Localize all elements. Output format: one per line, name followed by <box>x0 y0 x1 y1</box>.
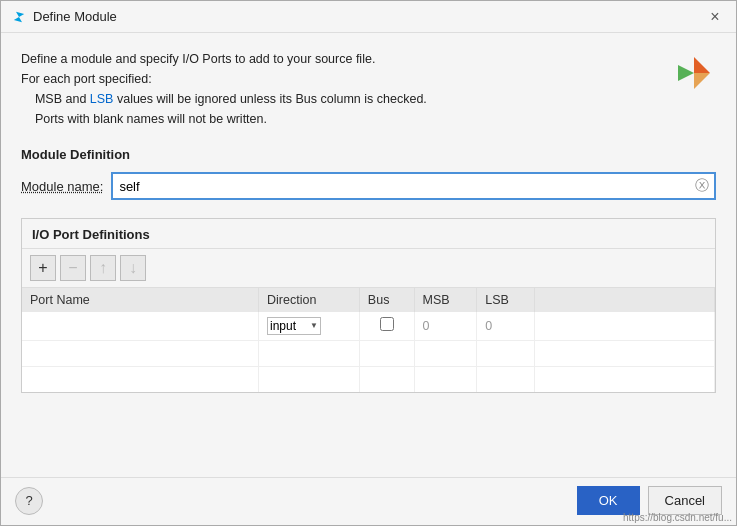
direction-cell-3 <box>259 366 360 392</box>
module-definition-title: Module Definition <box>21 147 716 162</box>
define-module-dialog: Define Module × Define a module and spec… <box>0 0 737 526</box>
port-name-cell <box>22 312 259 340</box>
module-name-input[interactable] <box>111 172 716 200</box>
close-button[interactable]: × <box>704 6 726 28</box>
msb-cell: 0 <box>414 312 477 340</box>
module-definition-section: Module Definition Module name: ⓧ <box>21 147 716 200</box>
svg-marker-1 <box>694 57 710 73</box>
msb-value-1: 0 <box>423 319 430 333</box>
lsb-cell-2 <box>477 340 535 366</box>
extra-cell-3 <box>535 366 715 392</box>
input-clear-icon[interactable]: ⓧ <box>692 176 712 196</box>
direction-select-wrap: input output inout <box>267 317 321 335</box>
desc-lsb: LSB <box>90 92 114 106</box>
extra-cell-1 <box>535 312 715 340</box>
col-msb: MSB <box>414 288 477 312</box>
msb-cell-3 <box>414 366 477 392</box>
bus-cell <box>359 312 414 340</box>
bus-cell-2 <box>359 340 414 366</box>
module-name-row: Module name: ⓧ <box>21 172 716 200</box>
logo-arrow <box>674 53 714 96</box>
desc-line4: Ports with blank names will not be writt… <box>21 109 716 129</box>
io-section-title: I/O Port Definitions <box>22 219 715 249</box>
desc-line1: Define a module and specify I/O Ports to… <box>21 49 716 69</box>
table-row <box>22 366 715 392</box>
lsb-value-1: 0 <box>485 319 492 333</box>
table-row <box>22 340 715 366</box>
app-icon <box>11 9 27 25</box>
direction-cell: input output inout <box>259 312 360 340</box>
col-port-name: Port Name <box>22 288 259 312</box>
desc-line2: For each port specified: <box>21 69 716 89</box>
io-toolbar: + − ↑ ↓ <box>22 249 715 288</box>
col-lsb: LSB <box>477 288 535 312</box>
svg-marker-0 <box>11 9 27 25</box>
io-table: Port Name Direction Bus MSB LSB <box>22 288 715 392</box>
title-bar: Define Module × <box>1 1 736 33</box>
dialog-title: Define Module <box>33 9 117 24</box>
svg-marker-2 <box>694 73 710 89</box>
move-down-button[interactable]: ↓ <box>120 255 146 281</box>
description-text: Define a module and specify I/O Ports to… <box>21 49 716 129</box>
module-name-input-wrap: ⓧ <box>111 172 716 200</box>
table-row: input output inout 0 <box>22 312 715 340</box>
port-name-input-1[interactable] <box>30 319 250 333</box>
module-name-label: Module name: <box>21 179 103 194</box>
title-bar-left: Define Module <box>11 9 117 25</box>
remove-port-button[interactable]: − <box>60 255 86 281</box>
extra-cell-2 <box>535 340 715 366</box>
move-up-button[interactable]: ↑ <box>90 255 116 281</box>
desc-msb: MSB <box>35 92 62 106</box>
port-name-cell-3 <box>22 366 259 392</box>
add-port-button[interactable]: + <box>30 255 56 281</box>
col-extra <box>535 288 715 312</box>
col-bus: Bus <box>359 288 414 312</box>
svg-marker-3 <box>678 65 694 81</box>
bus-cell-3 <box>359 366 414 392</box>
col-direction: Direction <box>259 288 360 312</box>
url-bar: https://blog.csdn.net/fu... <box>619 510 736 525</box>
desc-line3-suffix: values will be ignored unless its Bus co… <box>113 92 426 106</box>
port-name-cell-2 <box>22 340 259 366</box>
dialog-body: Define a module and specify I/O Ports to… <box>1 33 736 477</box>
lsb-cell-3 <box>477 366 535 392</box>
desc-line3: MSB and LSB values will be ignored unles… <box>21 89 716 109</box>
msb-cell-2 <box>414 340 477 366</box>
direction-cell-2 <box>259 340 360 366</box>
table-header-row: Port Name Direction Bus MSB LSB <box>22 288 715 312</box>
io-port-section: I/O Port Definitions + − ↑ ↓ Port Name D… <box>21 218 716 393</box>
help-button[interactable]: ? <box>15 487 43 515</box>
direction-select-1[interactable]: input output inout <box>267 317 321 335</box>
lsb-cell: 0 <box>477 312 535 340</box>
bus-checkbox-1[interactable] <box>380 317 394 331</box>
